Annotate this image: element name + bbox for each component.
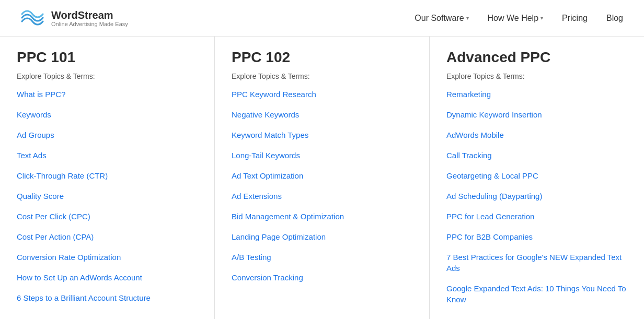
list-item[interactable]: PPC for B2B Companies [446,231,627,242]
nav-item-blog[interactable]: Blog [606,14,623,23]
list-item[interactable]: Negative Keywords [232,109,412,120]
list-item[interactable]: Call Tracking [446,150,627,161]
list-item[interactable]: Google Expanded Text Ads: 10 Things You … [446,283,627,305]
list-item[interactable]: Text Ads [17,150,198,161]
nav-link-blog[interactable]: Blog [606,14,623,23]
list-item[interactable]: Keyword Match Types [232,129,412,140]
list-item[interactable]: Cost Per Click (CPC) [17,211,198,222]
list-item[interactable]: Ad Groups [17,129,198,140]
column-ppc101: PPC 101 Explore Topics & Terms: What is … [0,37,215,319]
nav-links: Our Software ▾ How We Help ▾ Pricing Blo… [415,14,623,23]
content-area: PPC 101 Explore Topics & Terms: What is … [0,37,644,319]
advanced-subtitle: Explore Topics & Terms: [446,72,627,80]
list-item[interactable]: Geotargeting & Local PPC [446,170,627,181]
column-ppc102: PPC 102 Explore Topics & Terms: PPC Keyw… [215,37,430,319]
logo-name: WordStream [51,9,128,21]
navbar: WordStream Online Advertising Made Easy … [0,0,644,37]
list-item[interactable]: Ad Text Optimization [232,170,412,181]
list-item[interactable]: Landing Page Optimization [232,231,412,242]
list-item[interactable]: Ad Scheduling (Dayparting) [446,191,627,202]
nav-link-software[interactable]: Our Software ▾ [415,14,468,23]
list-item[interactable]: How to Set Up an AdWords Account [17,272,198,283]
list-item[interactable]: Cost Per Action (CPA) [17,231,198,242]
chevron-down-icon: ▾ [466,15,469,21]
list-item[interactable]: Conversion Rate Optimization [17,252,198,263]
list-item[interactable]: Dynamic Keyword Insertion [446,109,627,120]
list-item[interactable]: Long-Tail Keywords [232,150,412,161]
ppc102-title: PPC 102 [232,49,412,66]
list-item[interactable]: Click-Through Rate (CTR) [17,170,198,181]
list-item[interactable]: Bid Management & Optimization [232,211,412,222]
ppc102-subtitle: Explore Topics & Terms: [232,72,412,80]
ppc101-title: PPC 101 [17,49,198,66]
logo-text: WordStream Online Advertising Made Easy [51,9,128,27]
list-item[interactable]: A/B Testing [232,252,412,263]
list-item[interactable]: Conversion Tracking [232,272,412,283]
chevron-down-icon: ▾ [540,15,543,21]
list-item[interactable]: AdWords Mobile [446,129,627,140]
list-item[interactable]: Remarketing [446,89,627,100]
nav-item-howwehelp[interactable]: How We Help ▾ [488,14,544,23]
nav-link-pricing[interactable]: Pricing [562,14,588,23]
list-item[interactable]: 7 Best Practices for Google's NEW Expand… [446,252,627,274]
nav-item-software[interactable]: Our Software ▾ [415,14,468,23]
list-item[interactable]: Keywords [17,109,198,120]
list-item[interactable]: Quality Score [17,191,198,202]
logo-tagline: Online Advertising Made Easy [51,21,128,27]
list-item[interactable]: 6 Steps to a Brilliant Account Structure [17,292,198,303]
logo-waves-icon [21,10,46,27]
list-item[interactable]: What is PPC? [17,89,198,100]
list-item[interactable]: Ad Extensions [232,191,412,202]
list-item[interactable]: PPC for Lead Generation [446,211,627,222]
list-item[interactable]: PPC Keyword Research [232,89,412,100]
ppc101-subtitle: Explore Topics & Terms: [17,72,198,80]
nav-link-howwehelp[interactable]: How We Help ▾ [488,14,544,23]
logo-area: WordStream Online Advertising Made Easy [21,9,128,27]
column-advanced: Advanced PPC Explore Topics & Terms: Rem… [430,37,644,319]
nav-item-pricing[interactable]: Pricing [562,14,588,23]
advanced-title: Advanced PPC [446,49,627,66]
